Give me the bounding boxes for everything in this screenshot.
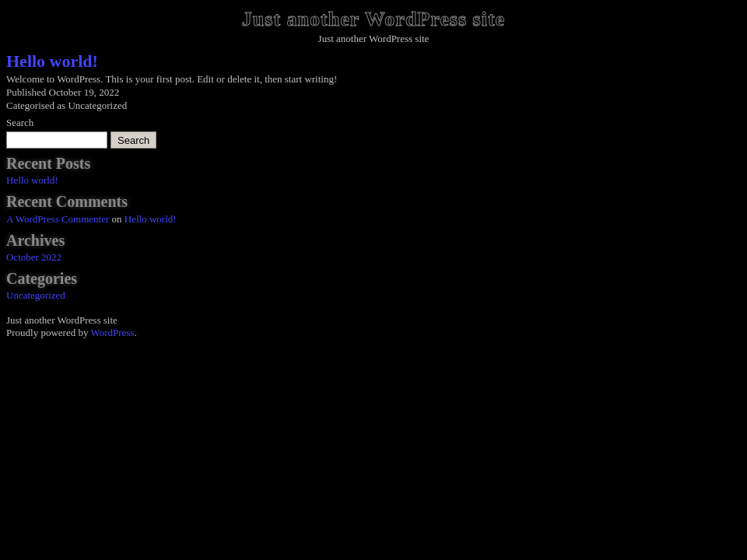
recent-posts-heading: Recent Posts xyxy=(6,155,741,173)
recent-post-item[interactable]: Hello world! xyxy=(6,174,741,187)
main-content: Hello world! Welcome to WordPress. This … xyxy=(0,48,747,305)
categories-list: Uncategorized xyxy=(6,289,741,302)
footer-site-name: Just another WordPress site xyxy=(6,314,741,327)
footer: Just another WordPress site Proudly powe… xyxy=(0,311,747,342)
commenter-link[interactable]: A WordPress Commenter xyxy=(6,213,109,225)
site-title: Just another WordPress site xyxy=(0,8,747,31)
post-categorized: Categorised as Uncategorized xyxy=(6,100,741,112)
site-header: Just another WordPress site Just another… xyxy=(0,0,747,48)
footer-powered-by: Proudly powered by WordPress. xyxy=(6,327,741,339)
recent-posts-list: Hello world! xyxy=(6,174,741,187)
categorized-text: Categorised as Uncategorized xyxy=(6,100,127,111)
recent-comment-item: A WordPress Commenter on Hello world! xyxy=(6,213,741,226)
comment-post-link[interactable]: Hello world! xyxy=(124,213,177,225)
archives-list: October 2022 xyxy=(6,251,741,264)
categories-heading: Categories xyxy=(6,270,741,288)
recent-comments-heading: Recent Comments xyxy=(6,193,741,211)
search-label: Search xyxy=(6,117,741,129)
search-button[interactable]: Search xyxy=(110,131,156,149)
post-published: Published October 19, 2022 xyxy=(6,86,741,99)
category-item[interactable]: Uncategorized xyxy=(6,289,741,302)
post-title-link[interactable]: Hello world! xyxy=(6,51,98,71)
comment-on-text: on xyxy=(112,213,124,225)
post-body: Welcome to WordPress. This is your first… xyxy=(6,73,741,86)
footer-wordpress-link[interactable]: WordPress xyxy=(90,327,134,338)
archive-item[interactable]: October 2022 xyxy=(6,251,741,264)
archives-heading: Archives xyxy=(6,232,741,250)
footer-proudly-text: Proudly powered by xyxy=(6,327,90,338)
search-input[interactable] xyxy=(6,131,107,149)
search-form: Search xyxy=(6,131,741,149)
footer-period: . xyxy=(134,327,136,338)
site-tagline: Just another WordPress site xyxy=(0,33,747,45)
